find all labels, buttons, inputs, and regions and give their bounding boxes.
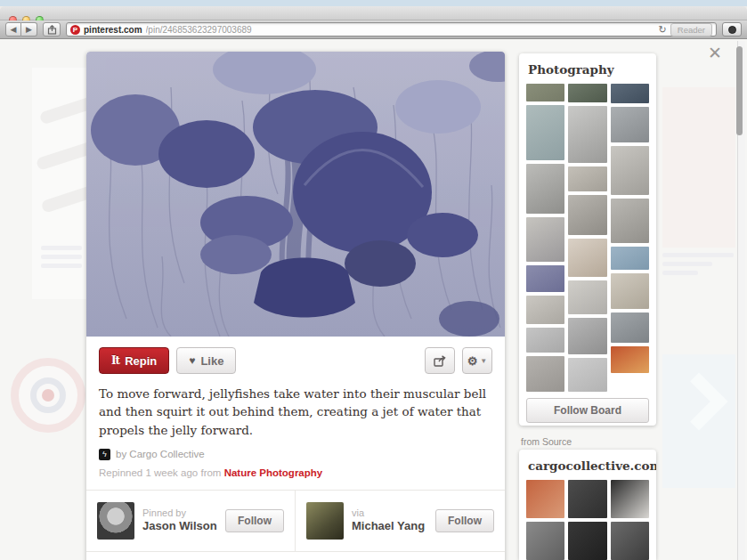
address-bar[interactable]: P pinterest.com /pin/246853623297003689 … [66, 22, 717, 37]
source-thumbnail[interactable] [611, 522, 649, 560]
source-thumbnail[interactable] [568, 480, 606, 518]
caret-down-icon: ▼ [480, 357, 487, 365]
board-thumbnail[interactable] [568, 166, 606, 191]
desktop-edge [0, 0, 747, 6]
board-thumbnail[interactable] [611, 84, 649, 103]
pinned-by-block[interactable]: Pinned by Jason Wilson Follow [86, 491, 296, 551]
board-thumbnail[interactable] [611, 312, 649, 343]
repinned-prefix: Repinned 1 week ago from [99, 467, 221, 478]
board-thumbnail[interactable] [568, 358, 606, 392]
board-thumbnail[interactable] [568, 84, 606, 102]
source-thumbnail[interactable] [526, 522, 564, 560]
url-domain: pinterest.com [84, 25, 142, 35]
send-pin-button[interactable] [425, 347, 455, 374]
board-thumbnail[interactable] [526, 164, 564, 214]
board-thumbnail[interactable] [611, 199, 649, 243]
repin-label: Repin [125, 354, 157, 368]
url-path: /pin/246853623297003689 [146, 25, 655, 35]
pinner-name[interactable]: Jason Wilson [142, 519, 217, 534]
share-toolbar-icon[interactable] [43, 22, 61, 37]
pin-attribution[interactable]: ϟ by Cargo Collective [99, 449, 492, 460]
follow-board-button[interactable]: Follow Board [526, 398, 649, 423]
browser-toolbar: ◀ ▶ P pinterest.com /pin/246853623297003… [0, 20, 747, 39]
repinned-line: Repinned 1 week ago from Nature Photogra… [99, 467, 492, 478]
board-thumbnail[interactable] [568, 239, 606, 277]
board-thumbnail[interactable] [526, 328, 564, 353]
board-thumbnail[interactable] [526, 265, 564, 292]
share-arrow-icon [434, 355, 446, 367]
board-title[interactable]: Photography [528, 62, 647, 77]
board-thumbnail[interactable] [526, 296, 564, 324]
extension-icon [728, 26, 736, 34]
via-label: via [352, 507, 425, 519]
share-icon [47, 25, 57, 35]
comment-row: Evan Sharp Their senses are primitive an… [86, 552, 505, 560]
window-titlebar[interactable] [0, 6, 747, 20]
source-thumbnail[interactable] [526, 480, 564, 518]
close-modal-button[interactable]: ✕ [708, 43, 722, 63]
pinned-by-label: Pinned by [142, 507, 217, 519]
board-thumbnail[interactable] [568, 280, 606, 314]
board-thumbnail[interactable] [611, 146, 649, 195]
board-thumbnail[interactable] [611, 247, 649, 270]
board-thumbnail[interactable] [611, 346, 649, 373]
pin-action-bar: Ⅰt Repin ♥ Like ⚙▼ [86, 337, 505, 383]
board-thumbnail[interactable] [526, 84, 564, 101]
forward-button[interactable]: ▶ [21, 22, 37, 37]
source-title[interactable]: cargocollective.com [528, 459, 647, 473]
via-name[interactable]: Michael Yang [352, 519, 425, 534]
bolt-icon: ϟ [99, 449, 110, 460]
reload-icon[interactable]: ↻ [659, 24, 667, 36]
screenshot-root: ◀ ▶ P pinterest.com /pin/246853623297003… [0, 0, 747, 560]
like-button[interactable]: ♥ Like [176, 347, 236, 374]
from-source-label: from Source [521, 436, 572, 447]
pin-photo-jellyfish[interactable] [86, 52, 505, 337]
repinned-board-link[interactable]: Nature Photography [224, 467, 323, 478]
pinner-section: Pinned by Jason Wilson Follow via Michae… [86, 491, 505, 551]
reader-button[interactable]: Reader [670, 23, 712, 37]
pin-icon: Ⅰt [111, 354, 119, 367]
scrollbar-track[interactable] [737, 41, 745, 560]
pin-description: To move forward, jellyfishes take water … [86, 383, 505, 439]
source-thumbnail[interactable] [568, 522, 606, 560]
via-avatar[interactable] [306, 502, 344, 540]
board-thumbnail[interactable] [611, 273, 649, 309]
pin-detail-card: Ⅰt Repin ♥ Like ⚙▼ To move forward, jell… [86, 52, 505, 560]
via-block[interactable]: via Michael Yang Follow [296, 491, 505, 551]
board-card: Photography Follow Board [519, 53, 656, 426]
pinterest-favicon: P [70, 25, 80, 35]
gear-icon: ⚙ [467, 354, 478, 368]
board-thumbnail[interactable] [568, 195, 606, 235]
source-thumbnail[interactable] [611, 480, 649, 518]
attribution-text: by Cargo Collective [116, 449, 205, 459]
board-thumbnail[interactable] [611, 107, 649, 142]
board-thumbnail[interactable] [526, 356, 564, 392]
follow-pinner-button[interactable]: Follow [225, 509, 284, 532]
scrollbar-thumb[interactable] [736, 46, 743, 135]
board-thumbnail[interactable] [526, 217, 564, 262]
source-grid [526, 480, 649, 560]
like-label: Like [200, 354, 223, 368]
source-card: cargocollective.com [519, 450, 656, 560]
board-thumbnail[interactable] [526, 105, 564, 160]
back-button[interactable]: ◀ [5, 22, 21, 37]
extension-button[interactable] [722, 22, 742, 37]
follow-via-button[interactable]: Follow [435, 509, 494, 532]
heart-icon: ♥ [189, 354, 195, 367]
pinner-avatar[interactable] [97, 502, 134, 540]
board-thumbnail[interactable] [568, 318, 606, 354]
board-grid [526, 84, 649, 392]
pin-options-button[interactable]: ⚙▼ [462, 347, 492, 374]
repin-button[interactable]: Ⅰt Repin [99, 347, 169, 374]
board-thumbnail[interactable] [568, 106, 606, 163]
